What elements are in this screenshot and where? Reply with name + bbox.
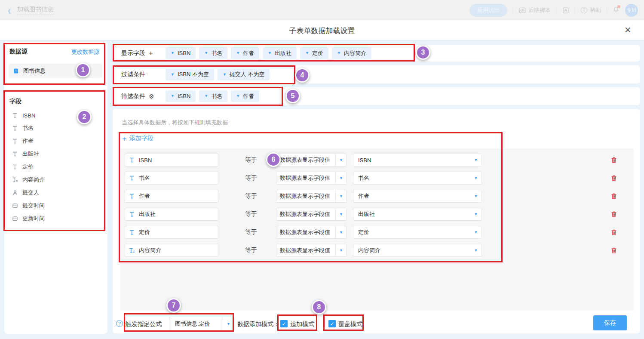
- source-field-value: 作者: [353, 192, 470, 200]
- data-add-mode-label: 数据添加模式：: [237, 321, 279, 328]
- display-field-tag[interactable]: ▼内容简介: [332, 47, 371, 59]
- filter-condition-tag[interactable]: ▼提交人 不为空: [218, 69, 270, 80]
- notification-dot: [617, 5, 620, 8]
- trash-icon[interactable]: [610, 175, 617, 182]
- source-field-value: 出版社: [353, 210, 470, 218]
- trigger-formula-select[interactable]: 图书信息.定价 ▼: [169, 317, 234, 331]
- source-field-select[interactable]: 出版社▼: [353, 208, 482, 221]
- source-field-select[interactable]: 作者▼: [353, 190, 482, 203]
- target-field-box[interactable]: 作者: [125, 190, 218, 203]
- filter-conditions-label: 过滤条件: [121, 71, 145, 78]
- sift-condition-tag[interactable]: ▼书名: [199, 90, 227, 102]
- chevron-down-icon: ▼: [171, 51, 175, 55]
- chevron-down-icon: ▼: [474, 158, 478, 162]
- source-field-select[interactable]: ISBN▼: [353, 154, 482, 166]
- field-item[interactable]: 定价: [12, 160, 98, 173]
- display-field-tag[interactable]: ▼书名: [199, 47, 227, 59]
- mapping-row: 书名 等于 数据源表显示字段值▼ 书名▼: [120, 172, 634, 185]
- field-item[interactable]: 更新时间: [12, 212, 98, 225]
- sift-condition-tag[interactable]: ▼作者: [231, 90, 259, 102]
- add-field-label: 添加字段: [129, 135, 153, 142]
- add-display-field-button[interactable]: +: [149, 49, 153, 57]
- chevron-down-icon: ▼: [236, 94, 240, 98]
- trash-icon[interactable]: [610, 193, 617, 200]
- target-field-box[interactable]: 定价: [125, 226, 218, 239]
- sift-conditions-row: 筛选条件 ⚙ ▼ISBN ▼书名 ▼作者: [113, 87, 640, 105]
- topbar: ‹ 加载图书信息 应用访问 后端脚本 ? 帮助: [0, 0, 644, 20]
- annotation-badge: 7: [166, 298, 181, 313]
- help-label: 帮助: [590, 6, 601, 14]
- mapping-rows: ISBN 等于 数据源表显示字段值▼ ISBN▼ 书名 等于 数据源表显示字段值…: [120, 148, 634, 311]
- target-field-box[interactable]: 出版社: [125, 208, 218, 221]
- equals-label: 等于: [245, 228, 260, 236]
- divider: [513, 7, 513, 13]
- source-type-select[interactable]: 数据源表显示字段值▼: [276, 190, 347, 203]
- divider: [556, 7, 557, 13]
- field-item[interactable]: 出版社: [12, 148, 98, 160]
- datasource-title: 数据源: [9, 48, 28, 55]
- append-mode-checkbox[interactable]: ✓: [280, 320, 288, 327]
- display-field-tag[interactable]: ▼定价: [300, 47, 328, 59]
- field-item[interactable]: 内容简介: [12, 173, 98, 186]
- tag-label: 书名: [211, 92, 222, 100]
- target-field-box[interactable]: ISBN: [125, 154, 218, 166]
- mapping-panel: 当选择具体数据后，将按如下规则填充数据 + 添加字段 ISBN 等于 数据源表显…: [113, 109, 640, 333]
- source-type-select[interactable]: 数据源表显示字段值▼: [276, 226, 347, 239]
- field-list: ISBN 书名 作者 出版社 定价 内容简介 提交人 提交时间 更新时间: [12, 109, 98, 225]
- trash-icon[interactable]: [610, 157, 617, 163]
- close-icon[interactable]: ×: [625, 24, 631, 35]
- annotation-badge: 6: [266, 152, 281, 167]
- chevron-down-icon: ▼: [223, 73, 227, 77]
- a-doc-icon[interactable]: [562, 7, 569, 14]
- source-type-select[interactable]: 数据源表显示字段值▼: [276, 244, 347, 257]
- mapping-hint: 当选择具体数据后，将按如下规则填充数据: [122, 119, 228, 126]
- trash-icon[interactable]: [610, 247, 617, 254]
- topbar-title[interactable]: 加载图书信息: [17, 6, 53, 15]
- backend-script-button[interactable]: 后端脚本: [519, 6, 551, 14]
- annotation-badge: 5: [285, 89, 300, 103]
- chevron-down-icon: ▼: [236, 51, 240, 55]
- trash-icon[interactable]: [610, 211, 617, 218]
- source-type-select[interactable]: 数据源表显示字段值▼: [276, 172, 347, 185]
- source-type-value: 数据源表显示字段值: [276, 192, 335, 200]
- source-type-select[interactable]: 数据源表显示字段值▼: [276, 154, 347, 166]
- display-field-tag[interactable]: ▼作者: [231, 47, 259, 59]
- display-field-tag[interactable]: ▼ISBN: [166, 47, 196, 59]
- add-field-button[interactable]: + 添加字段: [122, 135, 153, 142]
- target-field-box[interactable]: 书名: [125, 172, 218, 185]
- field-item[interactable]: 作者: [12, 135, 98, 148]
- tag-label: 出版社: [275, 49, 291, 57]
- change-datasource-link[interactable]: 更改数据源: [71, 48, 99, 56]
- mapping-footer: ? 触发指定公式 图书信息.定价 ▼ 数据添加模式： ✓ 追加模式 ✓ 覆盖模式: [113, 316, 640, 333]
- chevron-down-icon: ▼: [227, 322, 230, 326]
- notifications-button[interactable]: [613, 6, 619, 14]
- chevron-down-icon: ▼: [474, 249, 478, 253]
- annotation-badge: 3: [416, 45, 430, 60]
- app-access-button[interactable]: 应用访问: [469, 4, 507, 17]
- source-field-select[interactable]: 定价▼: [353, 226, 482, 239]
- text-field-icon: [12, 125, 18, 131]
- avatar[interactable]: 专用: [625, 4, 638, 17]
- question-icon: ?: [581, 7, 587, 13]
- source-type-select[interactable]: 数据源表显示字段值▼: [276, 208, 347, 221]
- tag-label: 作者: [243, 49, 254, 57]
- source-type-value: 数据源表显示字段值: [276, 247, 335, 254]
- display-field-tag[interactable]: ▼出版社: [263, 47, 297, 59]
- back-icon[interactable]: ‹: [8, 4, 11, 16]
- source-field-select[interactable]: 书名▼: [353, 172, 482, 185]
- save-button[interactable]: 保存: [593, 315, 627, 330]
- target-field-box[interactable]: 内容简介: [125, 244, 218, 257]
- chevron-down-icon: ▼: [339, 176, 343, 180]
- help-circle-icon[interactable]: ?: [116, 320, 123, 327]
- gear-icon[interactable]: ⚙: [149, 93, 154, 99]
- field-item[interactable]: 提交人: [12, 186, 98, 199]
- source-field-select[interactable]: 内容简介▼: [353, 244, 482, 257]
- help-button[interactable]: ? 帮助: [581, 6, 601, 14]
- divider: [575, 7, 575, 13]
- filter-condition-tag[interactable]: ▼ISBN 不为空: [166, 69, 214, 80]
- sift-condition-tag[interactable]: ▼ISBN: [166, 90, 196, 102]
- chevron-down-icon: ▼: [339, 249, 343, 253]
- overwrite-mode-checkbox[interactable]: ✓: [328, 320, 336, 327]
- field-item[interactable]: 提交时间: [12, 199, 98, 212]
- trash-icon[interactable]: [610, 229, 617, 236]
